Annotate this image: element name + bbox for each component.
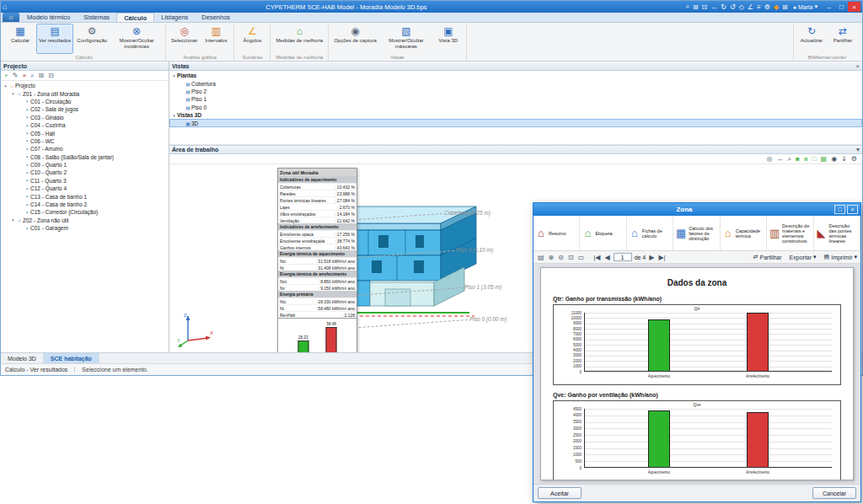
dialog-close-button[interactable]: × — [847, 205, 858, 214]
etiqueta-button[interactable]: ⌂Etiqueta — [580, 216, 626, 250]
tree-item[interactable]: ▪C06 - WC — [1, 137, 169, 145]
configuracao-button[interactable]: ⚙Configuração — [74, 24, 110, 54]
render-solid-icon[interactable]: ■ — [796, 155, 800, 163]
previous-page-button[interactable]: ◀ — [603, 254, 610, 261]
tree-item[interactable]: ▤Piso 2 — [169, 88, 862, 95]
accept-button[interactable]: Aceitar — [538, 487, 582, 499]
tree-item[interactable]: ▪C08 - Salão (Salão/Sala de jantar) — [1, 153, 169, 161]
tree-item[interactable]: ▪C13 - Casa de banho 1 — [1, 192, 169, 200]
tab-desenhos[interactable]: Desenhos — [195, 13, 237, 22]
last-page-button[interactable]: ▶| — [657, 254, 666, 261]
zoom-all-icon[interactable]: ⊡ — [702, 3, 708, 11]
tree-item[interactable]: ▾Vistas 3D — [169, 111, 862, 119]
expander-icon[interactable]: ▾ — [10, 91, 16, 96]
render-wireframe-icon[interactable]: □ — [812, 155, 817, 163]
tree-item[interactable]: ▪C10 - Quarto 2 — [1, 169, 169, 176]
close-panel-icon[interactable]: × — [855, 62, 860, 70]
tree-item[interactable]: ▪C04 - Cozinha — [1, 121, 169, 129]
search-icon[interactable]: ⌕ — [685, 3, 689, 11]
tree-item[interactable]: ▣3D — [169, 119, 862, 126]
materiais-button[interactable]: ▥Descrição de materiais e elementos cons… — [767, 216, 813, 250]
expander-icon[interactable]: ▾ — [171, 113, 177, 118]
export-view-icon[interactable]: ⇓ — [841, 155, 847, 163]
first-page-button[interactable]: |◀ — [592, 254, 601, 261]
zoom-window-icon[interactable]: ⊞ — [693, 3, 699, 11]
tree-item[interactable]: ▪C12 - Quarto 4 — [1, 185, 169, 192]
select-icon[interactable]: ◎ — [767, 155, 773, 163]
close-button[interactable]: × — [848, 2, 860, 12]
layers-icon[interactable]: ≡ — [757, 3, 761, 11]
tree-item[interactable]: ▪C09 - Quarto 1 — [1, 161, 169, 169]
tree-item[interactable]: ▪C14 - Casa de banho 2 — [1, 201, 169, 208]
add-icon[interactable]: + — [4, 72, 8, 79]
opcoes-captura-button[interactable]: ◉Opções de captura — [331, 24, 379, 54]
fichas-de-calculo-button[interactable]: ⌂Fichas de cálculo — [627, 216, 673, 250]
expand-all-icon[interactable]: ⊞ — [39, 72, 45, 79]
intervalos-button[interactable]: ▥Intervalos — [201, 24, 231, 54]
tab-calculo[interactable]: Cálculo — [116, 13, 154, 22]
app-menu-button[interactable]: ⌂ — [3, 13, 19, 22]
tab-modelo-termico[interactable]: Modelo térmico — [20, 13, 77, 22]
bimserver-icon[interactable]: ◆ — [774, 3, 779, 11]
ver-resultados-button[interactable]: ▤Ver resultados — [36, 24, 73, 54]
render-edges-icon[interactable]: ▦ — [821, 155, 828, 163]
pan-icon[interactable]: ↔ — [710, 3, 717, 11]
expander-icon[interactable]: ▾ — [10, 217, 16, 223]
tree-item[interactable]: ▾⌂Z01 - Zona útil Moradia — [1, 89, 169, 97]
angulos-button[interactable]: ∠Ângulos — [237, 24, 267, 54]
print-button[interactable]: ▤ Imprimir ▾ — [824, 254, 857, 260]
dialog-maximize-button[interactable]: □ — [834, 205, 845, 214]
capacidade-termica-button[interactable]: ⌂Capacidade térmica — [721, 216, 767, 250]
zoom-out-icon[interactable]: ⊖ — [557, 254, 565, 261]
tree-item[interactable]: ▾⌂Z02 - Zona não útil — [1, 217, 169, 224]
tree-item[interactable]: ▪C11 - Quarto 3 — [1, 177, 169, 185]
calcular-button[interactable]: ▦Calcular — [5, 24, 35, 54]
medidas-melhoria-button[interactable]: ⌂Medidas de melhoria — [273, 24, 325, 54]
tree-item[interactable]: ▪C05 - Hall — [1, 129, 169, 137]
ortho-view-icon[interactable]: ◇ — [739, 3, 744, 11]
tree-item[interactable]: ▪C15 - Corredor (Circulação) — [1, 208, 169, 216]
incidencias-button[interactable]: ⊗Mostrar/Ocultar incidências — [110, 24, 163, 54]
tree-item[interactable]: ▤Piso 1 — [169, 95, 862, 103]
mascaras-button[interactable]: ▧Mostrar/Ocultar máscaras — [380, 24, 432, 54]
search-icon[interactable]: ⌕ — [30, 72, 34, 80]
next-page-button[interactable]: ▶ — [648, 254, 655, 261]
seleccionar-button[interactable]: ◎Seleccionar — [169, 24, 200, 54]
user-menu[interactable]: ● Maria ▾ — [791, 3, 820, 10]
zoom-icon[interactable]: ⌕ — [788, 155, 791, 164]
fit-page-icon[interactable]: ⊡ — [567, 254, 575, 261]
tree-item[interactable]: ▪C01 - Garagem — [1, 224, 169, 232]
pan-icon[interactable]: ↔ — [777, 155, 784, 163]
share-button[interactable]: ⇄ Partilhar — [753, 254, 782, 260]
page-number-input[interactable] — [614, 253, 632, 261]
resumo-button[interactable]: ⌂Resumo — [533, 216, 580, 250]
expander-icon[interactable]: ▾ — [3, 83, 8, 88]
status-tab-1[interactable]: Modelo 3D — [1, 353, 44, 363]
fatores-de-obstrucao-button[interactable]: ▦Cálculo dos fatores de obstrução — [673, 216, 720, 250]
pontes-termicas-button[interactable]: ◣Descrição das pontes térmicas lineares — [814, 216, 860, 250]
tree-item[interactable]: ▪C03 - Ginásio — [1, 114, 169, 121]
fit-width-icon[interactable]: ▭ — [577, 254, 586, 261]
view-settings-icon[interactable]: ⚙ — [851, 155, 857, 163]
page-setup-icon[interactable]: ▤ — [537, 254, 545, 261]
tab-sistemas[interactable]: Sistemas — [77, 13, 116, 22]
redraw-icon[interactable]: ↻ — [721, 3, 726, 11]
undo-icon[interactable]: ↺ — [730, 3, 736, 11]
tree-item[interactable]: ▾Plantas — [169, 72, 862, 79]
tree-item[interactable]: ▪C01 - Circulação — [1, 98, 169, 105]
zoom-in-icon[interactable]: ⊕ — [548, 254, 555, 261]
tab-listagens[interactable]: Listagens — [154, 13, 195, 22]
print-preview-area[interactable]: Dados da zona Qtr: Ganho por transmissão… — [533, 264, 860, 484]
expander-icon[interactable]: ▾ — [171, 73, 177, 78]
vista-3d-button[interactable]: ▣Vista 3D — [433, 24, 464, 54]
measure-icon[interactable]: ∠ — [748, 3, 753, 11]
status-tab-2[interactable]: SCE habitação — [44, 353, 99, 363]
actualizar-button[interactable]: ↻Actualizar — [796, 24, 827, 54]
tree-item[interactable]: ▤Piso 0 — [169, 104, 862, 111]
tree-item[interactable]: ▪C02 - Sala de jogos — [1, 105, 169, 113]
snapshot-icon[interactable]: ◉ — [831, 155, 837, 163]
maximize-button[interactable]: □ — [835, 2, 848, 12]
minimize-button[interactable]: – — [823, 2, 835, 12]
tree-item[interactable]: ▾⌂Projecto — [1, 82, 169, 89]
settings-icon[interactable]: ⚙ — [764, 3, 770, 11]
